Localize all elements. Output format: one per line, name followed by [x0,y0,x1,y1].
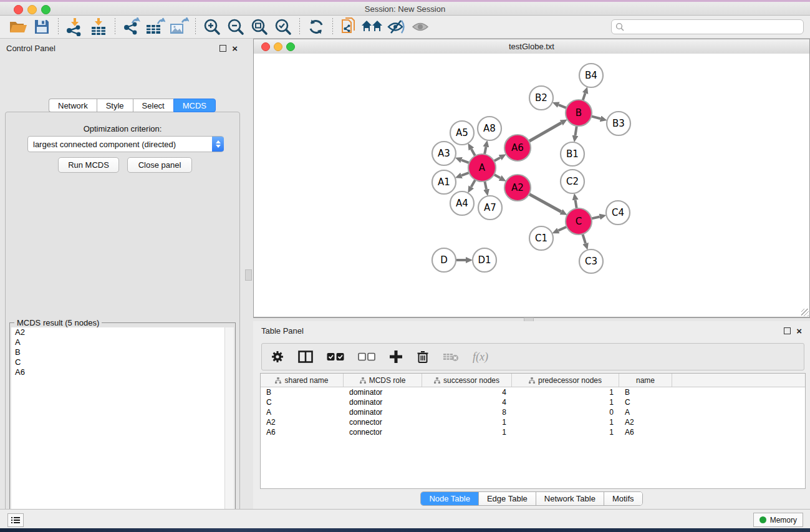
show-details-icon[interactable] [408,17,432,37]
vertical-splitter[interactable] [244,39,253,506]
result-list-item[interactable]: A [11,337,225,347]
search-input[interactable] [627,22,799,32]
table-cell[interactable]: A [619,408,672,417]
first-neighbors-icon[interactable] [361,17,385,37]
table-cell[interactable]: 0 [512,408,619,417]
table-cell[interactable]: dominator [344,398,422,407]
open-file-icon[interactable] [6,17,30,37]
table-cell[interactable]: 1 [422,428,512,437]
tab-network[interactable]: Network [49,99,97,112]
export-network-icon[interactable] [120,17,143,37]
import-table-icon[interactable] [87,17,110,37]
table-body[interactable]: Bdominator41BCdominator41CAdominator80AA… [261,387,805,437]
table-cell[interactable]: C [619,398,672,407]
export-image-icon[interactable] [167,17,191,37]
table-cell[interactable]: A [261,408,344,417]
zoom-out-icon[interactable] [224,17,248,37]
split-table-icon[interactable] [298,351,313,363]
node-label-A8: A8 [483,123,496,134]
search-field[interactable] [611,19,804,34]
tab-motifs[interactable]: Motifs [604,492,642,505]
refresh-icon[interactable] [304,17,328,37]
add-column-icon[interactable] [389,350,403,364]
hide-details-icon[interactable] [385,17,408,37]
save-session-icon[interactable] [30,17,54,37]
window-titlebar[interactable]: Session: New Session [0,2,810,16]
table-cell[interactable]: B [619,388,672,397]
table-cell[interactable]: C [261,398,344,407]
table-cell[interactable]: dominator [344,408,422,417]
tab-network-table[interactable]: Network Table [536,492,604,505]
mcds-result-list[interactable]: A2ABCA6 [11,327,225,532]
table-cell[interactable]: 1 [512,398,619,407]
result-list-item[interactable]: C [11,357,225,367]
result-list-item[interactable]: A2 [11,327,225,337]
delete-table-icon[interactable] [443,352,459,362]
close-panel-button[interactable]: Close panel [127,157,192,173]
table-cell[interactable]: 1 [512,388,619,397]
column-header-predecessor-nodes[interactable]: predecessor nodes [512,374,619,387]
result-list-item[interactable]: A6 [11,367,225,377]
unselect-all-icon[interactable] [358,352,375,361]
gear-icon[interactable] [271,350,284,364]
close-panel-icon[interactable]: × [232,46,238,51]
column-header-MCDS-role[interactable]: MCDS role [344,374,422,387]
table-row[interactable]: A6connector11A6 [261,427,805,437]
clone-network-icon[interactable] [337,17,361,37]
table-cell[interactable]: 4 [422,388,512,397]
mcds-result-title: MCDS result (5 nodes) [14,318,102,327]
network-window-titlebar[interactable]: testGlobe.txt [254,39,809,54]
table-row[interactable]: Cdominator41C [261,397,805,407]
table-cell[interactable]: 8 [422,408,512,417]
zoom-selected-icon[interactable] [271,17,295,37]
run-mcds-button[interactable]: Run MCDS [58,157,119,173]
select-all-icon[interactable] [327,352,344,361]
task-history-button[interactable] [7,513,24,527]
tab-select[interactable]: Select [133,99,173,112]
memory-button[interactable]: Memory [753,513,803,527]
zoom-fit-icon[interactable] [248,17,271,37]
table-cell[interactable]: 1 [422,418,512,427]
tab-mcds[interactable]: MCDS [173,99,216,112]
column-header-label: predecessor nodes [538,376,602,385]
table-cell[interactable]: connector [344,428,422,437]
table-row[interactable]: Bdominator41B [261,387,805,397]
result-list-item[interactable]: B [11,347,225,357]
export-table-icon[interactable] [143,17,167,37]
table-cell[interactable]: B [261,388,344,397]
tab-node-table[interactable]: Node Table [421,492,479,505]
edge-A6-B[interactable] [528,123,561,142]
edge-A2-C[interactable] [528,193,561,211]
column-header-name[interactable]: name [619,374,672,387]
table-cell[interactable]: A6 [619,428,672,437]
table-cell[interactable]: A2 [619,418,672,427]
close-table-panel-icon[interactable]: × [796,328,802,334]
table-cell[interactable]: 1 [512,418,619,427]
table-panel-title: Table Panel [261,326,304,336]
node-label-A: A [479,162,486,173]
table-row[interactable]: Adominator80A [261,407,805,417]
node-label-A1: A1 [438,177,450,188]
splitter-handle[interactable] [245,269,252,281]
float-table-panel-icon[interactable] [784,327,791,334]
result-list-scrollbar[interactable] [224,327,234,532]
tab-style[interactable]: Style [97,99,133,112]
import-network-icon[interactable] [63,17,87,37]
network-graph[interactable]: B4B2BB3A5A8A6A3AB1A1C2A2A4A7C4CC1C3DD1 [254,54,809,317]
column-header-shared-name[interactable]: shared name [261,374,344,387]
zoom-in-icon[interactable] [200,17,224,37]
resize-grip-icon[interactable] [801,309,809,316]
column-header-successor-nodes[interactable]: successor nodes [422,374,512,387]
tab-edge-table[interactable]: Edge Table [479,492,536,505]
table-cell[interactable]: A2 [261,418,344,427]
table-cell[interactable]: 1 [512,428,619,437]
table-cell[interactable]: A6 [261,428,344,437]
table-row[interactable]: A2connector11A2 [261,417,805,427]
network-canvas[interactable]: B4B2BB3A5A8A6A3AB1A1C2A2A4A7C4CC1C3DD1 [254,54,809,317]
float-panel-icon[interactable] [219,45,226,52]
table-cell[interactable]: connector [344,418,422,427]
table-cell[interactable]: dominator [344,388,422,397]
delete-column-icon[interactable] [417,350,429,364]
table-cell[interactable]: 4 [422,398,512,407]
optimization-criterion-select[interactable]: largest connected component (directed) [27,136,224,152]
